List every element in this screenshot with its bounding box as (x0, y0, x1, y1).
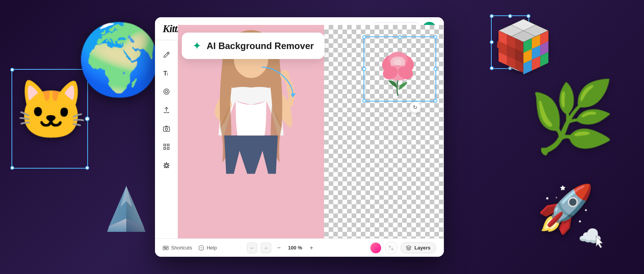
color-picker-swatch[interactable] (370, 242, 382, 254)
svg-marker-24 (540, 31, 548, 45)
svg-marker-16 (507, 45, 515, 60)
selection-handle[interactable] (490, 14, 494, 18)
effects-tool[interactable] (158, 157, 175, 174)
selection-handle[interactable] (490, 40, 494, 44)
svg-rect-69 (389, 248, 391, 250)
tooltip-arrow (254, 63, 300, 102)
selection-handle[interactable] (10, 166, 14, 170)
rocket-image: 🚀 (537, 182, 606, 236)
svg-rect-61 (164, 247, 165, 248)
selection-handle[interactable] (85, 68, 89, 72)
grid-tool[interactable] (158, 138, 175, 155)
svg-rect-11 (497, 41, 505, 51)
cat-selection-box (11, 69, 88, 169)
selection-handle[interactable] (527, 14, 530, 18)
svg-point-38 (165, 128, 168, 130)
svg-marker-20 (515, 60, 523, 73)
selection-handle[interactable] (434, 99, 437, 103)
svg-marker-6 (511, 19, 536, 31)
background-toggle-button[interactable] (385, 242, 397, 254)
svg-rect-68 (391, 246, 393, 248)
svg-marker-15 (499, 41, 507, 56)
rotate-handle[interactable]: ↻ (409, 102, 421, 113)
svg-marker-13 (507, 34, 515, 49)
selection-handle[interactable] (362, 67, 366, 71)
selection-handle[interactable] (362, 99, 366, 103)
rose-element[interactable]: ↻ (364, 40, 436, 113)
ai-tooltip-text: AI Background Remover (207, 41, 314, 51)
editor-window: Kittl ✏️ Project Title Autosaved 5 Mins … (155, 17, 444, 257)
svg-marker-28 (523, 60, 532, 74)
edit-tool[interactable] (158, 46, 175, 63)
svg-rect-64 (164, 248, 167, 249)
globe-decoration: 🌍 (77, 19, 153, 96)
svg-marker-17 (515, 49, 523, 64)
pyramid-image (103, 184, 149, 234)
layers-toggle-button[interactable]: Layers (400, 242, 436, 253)
connection-handle[interactable] (85, 116, 90, 121)
zoom-level[interactable]: 100 % (287, 245, 304, 251)
cat-image: 🐱 (15, 77, 87, 144)
rocket-decoration: 🚀 ☁️ (537, 182, 606, 251)
help-label: Help (207, 245, 217, 251)
svg-marker-21 (523, 31, 548, 65)
svg-marker-19 (507, 56, 515, 69)
cube-selection-box (491, 15, 529, 69)
selection-handle[interactable] (508, 14, 512, 18)
svg-marker-8 (511, 31, 536, 42)
svg-rect-62 (165, 247, 166, 248)
ai-background-remover-tooltip: ✦ AI Background Remover (182, 40, 324, 59)
zoom-out-button[interactable]: − (274, 243, 284, 253)
help-button[interactable]: ? Help (198, 245, 217, 251)
canvas-area[interactable]: ✦ AI Background Remover (178, 40, 444, 238)
upload-tool[interactable] (158, 102, 175, 118)
selection-handle[interactable] (85, 166, 89, 170)
selection-handle[interactable] (527, 40, 530, 44)
svg-rect-42 (167, 148, 169, 149)
help-icon: ? (198, 245, 204, 251)
editor-body: Tt (155, 40, 444, 238)
svg-marker-27 (540, 41, 548, 56)
svg-point-36 (165, 90, 168, 93)
selection-handle[interactable] (527, 66, 530, 70)
svg-marker-5 (499, 19, 548, 42)
zoom-in-button[interactable]: + (307, 243, 316, 253)
selection-handle[interactable] (508, 66, 512, 70)
svg-rect-70 (391, 248, 393, 250)
selection-handle[interactable] (490, 66, 494, 70)
svg-marker-0 (109, 186, 126, 226)
selection-handle[interactable] (10, 68, 14, 72)
cube-svg (493, 17, 554, 75)
svg-marker-10 (499, 31, 523, 65)
redo-button[interactable]: → (261, 243, 271, 253)
cube-image: 🎲 (495, 19, 552, 73)
leaves-decoration: 🌿 (529, 77, 606, 199)
selection-handle[interactable] (434, 67, 437, 71)
layers-label: Layers (414, 245, 430, 251)
svg-marker-26 (532, 45, 540, 60)
svg-marker-14 (515, 38, 523, 53)
svg-marker-1 (126, 186, 143, 226)
shortcuts-label: Shortcuts (171, 245, 192, 251)
pink-background-section (178, 40, 324, 238)
svg-rect-40 (167, 144, 169, 146)
cursor-icon (594, 236, 606, 249)
svg-line-32 (167, 53, 168, 54)
shortcuts-button[interactable]: Shortcuts (163, 245, 192, 251)
svg-marker-25 (523, 49, 532, 64)
background-toggle-icon (388, 245, 394, 251)
bottom-right-controls: Layers (370, 242, 436, 254)
svg-marker-4 (121, 186, 132, 207)
rose-image (367, 40, 429, 98)
svg-text:t: t (167, 72, 168, 76)
svg-marker-18 (499, 52, 507, 65)
shape-tool[interactable] (158, 83, 175, 100)
svg-point-56 (394, 59, 402, 66)
bottom-center-controls: ← → − 100 % + (247, 243, 316, 253)
rubiks-cube-decoration: 🎲 (491, 15, 567, 92)
svg-marker-43 (291, 93, 296, 98)
text-tool[interactable]: Tt (158, 65, 175, 82)
undo-button[interactable]: ← (247, 243, 258, 253)
camera-tool[interactable] (158, 120, 175, 137)
svg-marker-12 (499, 31, 507, 45)
